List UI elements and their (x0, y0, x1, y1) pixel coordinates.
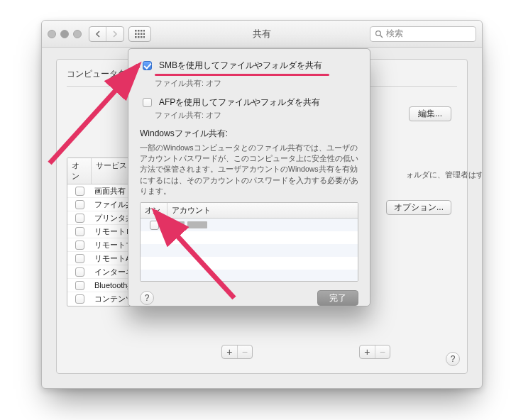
svg-rect-1 (138, 30, 140, 32)
account-row-empty (141, 231, 358, 244)
afp-row[interactable]: AFPを使用してファイルやフォルダを共有 (140, 96, 358, 109)
remove-user-button[interactable]: − (375, 346, 390, 358)
svg-rect-8 (135, 36, 137, 38)
service-checkbox[interactable] (75, 241, 84, 250)
smb-label: SMBを使用してファイルやフォルダを共有 (159, 60, 322, 72)
account-row-empty (141, 257, 358, 270)
accounts-header: オン アカウント (141, 203, 358, 219)
service-checkbox[interactable] (75, 227, 84, 236)
svg-rect-0 (135, 30, 137, 32)
traffic-lights (48, 30, 82, 38)
service-checkbox[interactable] (75, 200, 84, 209)
search-placeholder: 検索 (386, 28, 403, 40)
svg-rect-9 (138, 36, 140, 38)
service-checkbox[interactable] (75, 187, 84, 196)
windows-description: 一部のWindowsコンピュータとのファイル共有では、ユーザのアカウントパスワー… (140, 143, 358, 197)
options-button[interactable]: オプション... (386, 200, 451, 215)
account-row[interactable] (141, 219, 358, 231)
account-row-empty (141, 270, 358, 282)
svg-rect-7 (143, 33, 145, 35)
account-name-redacted (187, 221, 207, 228)
minimize-icon[interactable] (60, 30, 69, 38)
nav-back-forward[interactable] (89, 26, 124, 42)
smb-sub: ファイル共有: オフ (155, 79, 358, 89)
back-button[interactable] (89, 27, 106, 41)
accounts-header-name: アカウント (167, 203, 358, 218)
account-checkbox[interactable] (150, 221, 159, 230)
accounts-body (141, 219, 358, 282)
account-row-empty (141, 244, 358, 257)
annotation-underline (155, 74, 329, 76)
sheet-footer: ? 完了 (140, 290, 358, 306)
close-icon[interactable] (48, 30, 56, 38)
search-field[interactable]: 検索 (370, 26, 476, 42)
add-remove-users[interactable]: + − (359, 345, 390, 359)
svg-rect-3 (143, 30, 145, 32)
add-user-button[interactable]: + (360, 346, 375, 358)
done-button[interactable]: 完了 (317, 290, 358, 306)
service-checkbox[interactable] (75, 254, 84, 263)
svg-rect-5 (138, 33, 140, 35)
services-header-on: オン (67, 158, 92, 184)
add-remove-folders[interactable]: + − (221, 345, 253, 359)
accounts-table: オン アカウント (140, 202, 358, 282)
afp-label: AFPを使用してファイルやフォルダを共有 (159, 96, 320, 109)
svg-rect-11 (143, 36, 145, 38)
svg-rect-2 (141, 30, 143, 32)
titlebar: 共有 検索 (42, 21, 482, 48)
edit-button[interactable]: 編集... (409, 106, 451, 121)
remove-folder-button[interactable]: − (238, 346, 253, 358)
service-checkbox[interactable] (75, 267, 84, 277)
smb-row[interactable]: SMBを使用してファイルやフォルダを共有 (140, 59, 358, 72)
svg-rect-4 (135, 33, 137, 35)
svg-rect-10 (141, 36, 143, 38)
service-checkbox[interactable] (75, 294, 84, 304)
forward-button[interactable] (106, 27, 123, 41)
service-checkbox[interactable] (75, 214, 84, 223)
afp-sub: ファイル共有: オフ (155, 111, 358, 121)
svg-rect-6 (141, 33, 143, 35)
service-checkbox[interactable] (75, 281, 84, 290)
svg-point-12 (376, 31, 381, 35)
windows-title: Windowsファイル共有: (140, 128, 358, 140)
help-button[interactable]: ? (446, 352, 460, 366)
options-sheet: SMBを使用してファイルやフォルダを共有 ファイル共有: オフ AFPを使用して… (128, 48, 370, 306)
account-name-redacted (169, 221, 185, 228)
search-icon (375, 30, 383, 38)
folder-permission-text: ォルダに、管理者はす (406, 170, 483, 180)
zoom-icon[interactable] (73, 30, 82, 38)
accounts-header-on: オン (141, 203, 167, 218)
sheet-help-button[interactable]: ? (140, 291, 154, 305)
smb-checkbox[interactable] (143, 61, 152, 70)
add-folder-button[interactable]: + (222, 346, 238, 358)
svg-line-13 (380, 35, 383, 38)
show-all-button[interactable] (128, 26, 151, 42)
afp-checkbox[interactable] (143, 98, 152, 107)
